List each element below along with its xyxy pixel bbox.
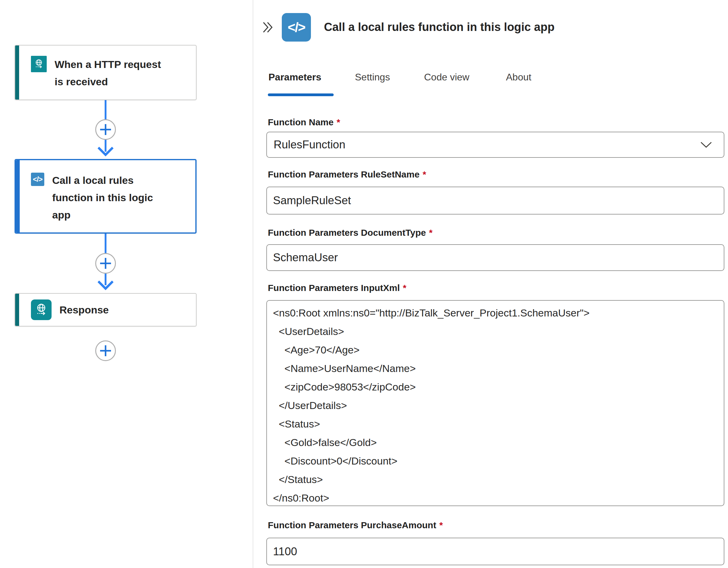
- field-label-input-xml: Function Parameters InputXml*: [268, 283, 406, 293]
- purchase-amount-input[interactable]: [266, 538, 724, 565]
- function-name-dropdown[interactable]: RulesFunction: [266, 132, 724, 158]
- logic-app-designer: When a HTTP requestis received </> Call …: [0, 0, 728, 568]
- code-function-icon: </>: [282, 13, 311, 42]
- http-request-icon: [31, 56, 47, 72]
- node-accent-bar: [15, 46, 19, 100]
- node-label: Response: [59, 301, 109, 319]
- required-asterisk: *: [423, 169, 426, 179]
- field-label-purchase-amount: Function Parameters PurchaseAmount*: [268, 520, 443, 530]
- http-response-icon: [31, 299, 52, 320]
- connector-arrow-icon: [97, 274, 114, 290]
- code-function-icon: </>: [31, 173, 44, 186]
- collapse-panel-button[interactable]: [260, 19, 275, 36]
- dropdown-value: RulesFunction: [274, 138, 712, 151]
- workflow-canvas: When a HTTP requestis received </> Call …: [0, 0, 253, 568]
- required-asterisk: *: [439, 520, 443, 530]
- field-label-ruleset-name: Function Parameters RuleSetName*: [268, 169, 426, 180]
- selected-tab-underline: [268, 93, 334, 96]
- node-response[interactable]: Response: [15, 293, 197, 326]
- input-xml-content: <ns0:Root xmlns:ns0="http://BizTalk_Serv…: [267, 301, 724, 506]
- node-accent-bar: [15, 294, 19, 326]
- tab-about[interactable]: About: [506, 72, 531, 83]
- tab-settings[interactable]: Settings: [355, 72, 390, 83]
- insert-action-button[interactable]: [95, 119, 116, 140]
- ruleset-name-input[interactable]: [266, 187, 724, 215]
- add-action-button[interactable]: [95, 340, 116, 361]
- required-asterisk: *: [429, 228, 433, 238]
- tab-code-view[interactable]: Code view: [424, 72, 469, 83]
- tab-parameters[interactable]: Parameters: [268, 72, 321, 83]
- required-asterisk: *: [403, 283, 406, 293]
- panel-title: Call a local rules function in this logi…: [324, 21, 554, 34]
- field-label-function-name: Function Name*: [268, 117, 340, 127]
- connector-arrow-icon: [97, 140, 114, 157]
- node-label: When a HTTP requestis received: [55, 56, 161, 90]
- node-when-http-request-received[interactable]: When a HTTP requestis received: [15, 45, 197, 100]
- required-asterisk: *: [337, 117, 340, 127]
- chevron-down-icon: [700, 141, 712, 148]
- action-details-panel: </> Call a local rules function in this …: [253, 0, 728, 568]
- document-type-input[interactable]: [266, 244, 724, 271]
- node-accent-bar: [16, 160, 20, 232]
- node-label: Call a local rulesfunction in this logic…: [52, 172, 153, 224]
- node-call-local-rules-function[interactable]: </> Call a local rulesfunction in this l…: [15, 159, 197, 234]
- input-xml-textarea[interactable]: <ns0:Root xmlns:ns0="http://BizTalk_Serv…: [266, 300, 724, 506]
- insert-action-button[interactable]: [95, 253, 116, 274]
- field-label-document-type: Function Parameters DocumentType*: [268, 228, 433, 238]
